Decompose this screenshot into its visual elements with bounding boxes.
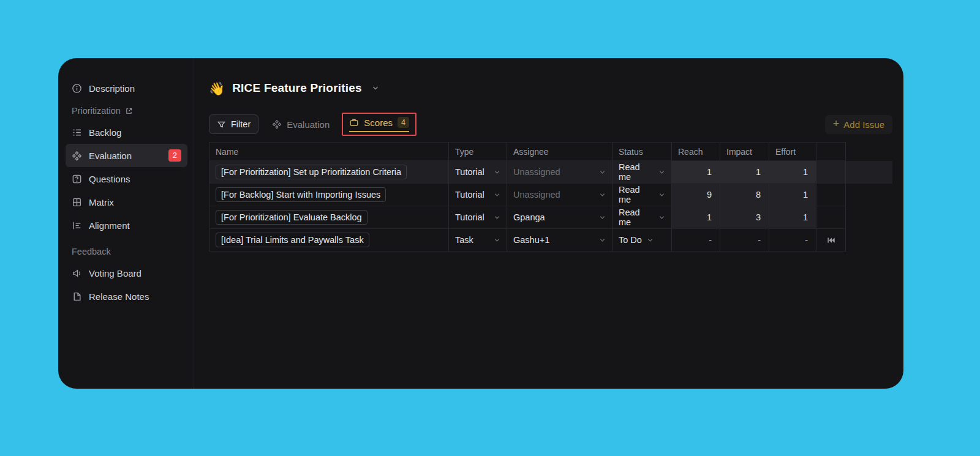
table-row: [For Backlog] Start with Importing Issue… — [209, 184, 892, 206]
row-actions-cell — [816, 206, 846, 229]
title-chevron-down-icon[interactable] — [372, 84, 379, 92]
app-window: Description Prioritization Backlog Evalu… — [58, 58, 903, 389]
row-spacer — [846, 206, 892, 229]
evaluation-count-badge: 2 — [168, 149, 181, 162]
name-cell: [For Prioritization] Evaluate Backlog — [209, 206, 449, 229]
effort-cell[interactable]: 1 — [769, 206, 816, 229]
sidebar-section-prioritization[interactable]: Prioritization — [66, 101, 187, 121]
filter-funnel-icon — [217, 120, 226, 129]
sidebar-item-questions[interactable]: Questions — [66, 167, 187, 190]
assignee-value: Gashu+1 — [513, 235, 549, 245]
grid-icon — [72, 197, 82, 207]
sidebar-item-label: Matrix — [89, 197, 114, 207]
impact-cell[interactable]: 3 — [720, 206, 769, 229]
sidebar-item-backlog[interactable]: Backlog — [66, 121, 187, 144]
toolbar: Filter Evaluation Scores 4 + — [209, 113, 892, 136]
reach-cell[interactable]: 9 — [672, 184, 720, 206]
sidebar: Description Prioritization Backlog Evalu… — [58, 58, 194, 389]
tab-evaluation-label: Evaluation — [287, 119, 330, 130]
type-select[interactable]: Task — [449, 229, 507, 252]
col-name-header: Name — [209, 142, 449, 161]
table-row: [For Prioritization] Evaluate Backlog Tu… — [209, 206, 892, 229]
row-actions-cell — [816, 229, 846, 252]
type-value: Tutorial — [455, 167, 484, 177]
assignee-select[interactable]: Unassigned — [507, 184, 612, 206]
reach-cell[interactable]: 1 — [672, 206, 720, 229]
effort-cell[interactable]: - — [769, 229, 816, 252]
issues-table: Name Type Assignee Status Reach Impact E… — [209, 142, 892, 252]
chevron-down-icon — [599, 169, 606, 176]
sidebar-section-label: Feedback — [72, 247, 111, 256]
impact-cell[interactable]: - — [720, 229, 769, 252]
status-value: Read me — [619, 162, 654, 182]
sidebar-item-label: Backlog — [89, 127, 121, 138]
row-actions-cell — [816, 184, 846, 206]
assignee-select[interactable]: Unassigned — [507, 161, 612, 184]
col-type-header: Type — [449, 142, 507, 161]
add-issue-button[interactable]: + Add Issue — [825, 115, 892, 134]
col-reach-header: Reach — [672, 142, 720, 161]
status-value: Read me — [619, 185, 654, 204]
filter-button[interactable]: Filter — [209, 114, 258, 134]
briefcase-icon — [349, 118, 359, 127]
chevron-down-icon — [494, 237, 500, 244]
sidebar-item-label: Release Notes — [89, 291, 149, 302]
sidebar-item-voting-board[interactable]: Voting Board — [66, 261, 187, 285]
issue-name-field[interactable]: [For Prioritization] Evaluate Backlog — [216, 210, 368, 225]
type-value: Task — [455, 235, 473, 245]
sidebar-item-label: Description — [89, 83, 135, 94]
numbered-list-icon — [72, 127, 82, 138]
reach-cell[interactable]: - — [672, 229, 720, 252]
status-select[interactable]: Read me — [612, 184, 672, 206]
sidebar-item-evaluation[interactable]: Evaluation 2 — [66, 144, 187, 167]
main-content: 👋 RICE Feature Priorities Filter Evaluat… — [194, 58, 903, 389]
reach-cell[interactable]: 1 — [672, 161, 720, 184]
assignee-value: Gpanga — [513, 212, 545, 222]
assignee-select[interactable]: Gashu+1 — [507, 229, 612, 252]
sidebar-item-label: Voting Board — [89, 268, 141, 278]
chevron-down-icon — [599, 192, 606, 198]
header-spacer — [846, 142, 892, 161]
table-header-row: Name Type Assignee Status Reach Impact E… — [209, 142, 892, 161]
tab-evaluation[interactable]: Evaluation — [272, 119, 330, 130]
table-row: [For Prioritization] Set up Prioritizati… — [209, 161, 892, 184]
assignee-select[interactable]: Gpanga — [507, 206, 612, 229]
type-select[interactable]: Tutorial — [449, 206, 507, 229]
impact-cell[interactable]: 8 — [720, 184, 769, 206]
effort-cell[interactable]: 1 — [769, 161, 816, 184]
issue-name-field[interactable]: [Idea] Trial Limits and Paywalls Task — [216, 233, 369, 247]
sidebar-item-description[interactable]: Description — [66, 77, 187, 100]
status-value: To Do — [619, 235, 642, 245]
assignee-value: Unassigned — [513, 190, 560, 200]
sidebar-item-release-notes[interactable]: Release Notes — [66, 285, 187, 308]
sidebar-section-label: Prioritization — [72, 106, 121, 116]
impact-cell[interactable]: 1 — [720, 161, 769, 184]
sidebar-item-label: Evaluation — [89, 151, 132, 161]
sidebar-item-alignment[interactable]: Alignment — [66, 214, 187, 237]
effort-cell[interactable]: 1 — [769, 184, 816, 206]
status-select[interactable]: Read me — [612, 206, 672, 229]
row-spacer — [846, 229, 892, 252]
chevron-down-icon — [658, 214, 665, 221]
issue-name-field[interactable]: [For Backlog] Start with Importing Issue… — [216, 187, 386, 202]
external-link-icon — [125, 107, 133, 115]
skip-to-start-icon[interactable] — [826, 235, 836, 245]
sidebar-section-feedback: Feedback — [66, 242, 187, 261]
type-select[interactable]: Tutorial — [449, 161, 507, 184]
chevron-down-icon — [494, 192, 500, 198]
status-value: Read me — [619, 207, 654, 227]
type-value: Tutorial — [455, 190, 484, 200]
status-select[interactable]: To Do — [612, 229, 672, 252]
megaphone-icon — [72, 268, 82, 278]
evaluation-diamonds-icon — [272, 119, 282, 129]
plus-icon: + — [833, 118, 840, 129]
issue-name-field[interactable]: [For Prioritization] Set up Prioritizati… — [216, 165, 407, 179]
status-select[interactable]: Read me — [612, 161, 672, 184]
chevron-down-icon — [658, 192, 665, 198]
chevron-down-icon — [658, 169, 665, 176]
tab-scores[interactable]: Scores 4 — [349, 117, 409, 132]
info-icon — [72, 83, 82, 94]
sidebar-item-matrix[interactable]: Matrix — [66, 190, 187, 214]
type-select[interactable]: Tutorial — [449, 184, 507, 206]
alignment-icon — [72, 220, 82, 231]
